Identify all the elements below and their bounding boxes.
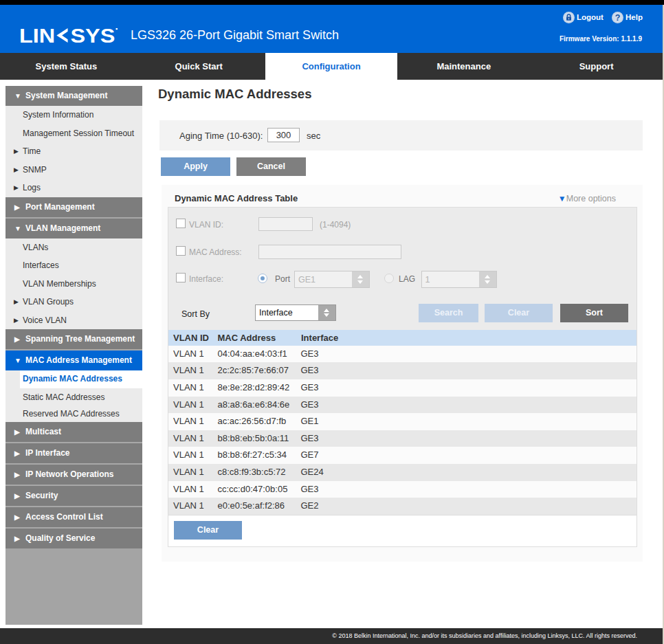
- svg-text:SYS: SYS: [70, 28, 115, 44]
- svg-text:?: ?: [615, 13, 621, 23]
- svg-text:LIN: LIN: [19, 28, 55, 44]
